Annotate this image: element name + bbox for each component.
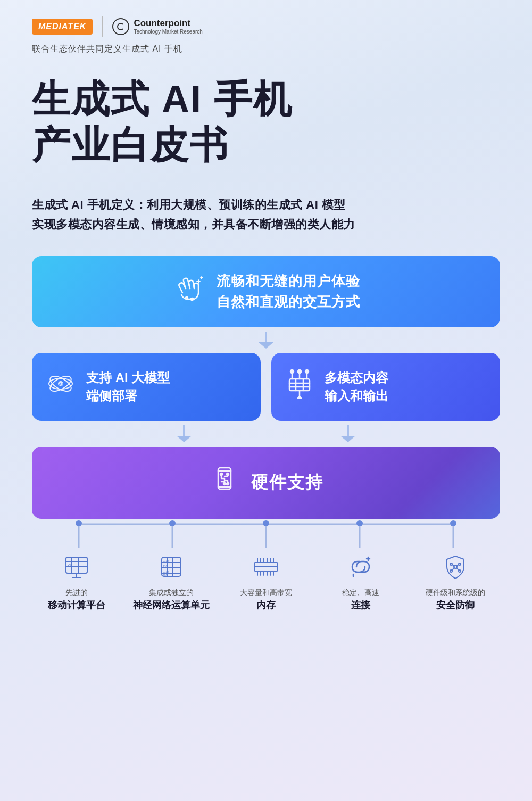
- bottom-item-3: 大容量和高带宽 内存: [221, 551, 311, 613]
- security-icon: [439, 551, 471, 583]
- item3-sub: 大容量和高带宽: [240, 587, 292, 598]
- counterpoint-logo: Counterpoint Technology Market Research: [112, 18, 203, 35]
- item4-main: 连接: [342, 598, 379, 613]
- svg-text:1101: 1101: [163, 565, 169, 568]
- svg-text:AI: AI: [68, 563, 71, 566]
- svg-text:0110: 0110: [163, 570, 169, 573]
- ai-title-line2: 端侧部署: [86, 389, 137, 403]
- svg-point-35: [263, 520, 269, 526]
- item4-sub: 稳定、高速: [342, 587, 379, 598]
- diagram-section: 流畅和无缝的用户体验 自然和直观的交互方式: [32, 256, 500, 613]
- counterpoint-icon: [112, 18, 129, 35]
- platform-icon: AI: [61, 551, 93, 583]
- svg-line-79: [456, 568, 459, 570]
- header-divider: [102, 16, 103, 37]
- svg-point-23: [220, 473, 222, 475]
- arrow-shaft-right: [347, 425, 349, 436]
- svg-point-24: [227, 473, 229, 475]
- item3-label: 大容量和高带宽 内存: [240, 587, 292, 613]
- ai-icon: AI: [45, 368, 77, 406]
- bottom-item-2: 0110 1101 0110 1011 集成或独立的 神经网络运算单元: [127, 551, 216, 613]
- definition-box: 生成式 AI 手机定义：利用大规模、预训练的生成式 AI 模型 实现多模态内容生…: [32, 195, 500, 235]
- arrow-head: [259, 342, 273, 349]
- ux-icon: [172, 271, 206, 312]
- definition-text: 生成式 AI 手机定义：利用大规模、预训练的生成式 AI 模型 实现多模态内容生…: [32, 195, 500, 235]
- ux-box: 流畅和无缝的用户体验 自然和直观的交互方式: [32, 256, 500, 327]
- svg-point-19: [298, 397, 301, 399]
- item1-main: 移动计算平台: [48, 598, 105, 613]
- svg-point-26: [227, 483, 229, 485]
- main-title: 生成式 AI 手机 产业白皮书: [32, 76, 500, 168]
- left-arrow: [177, 425, 192, 442]
- svg-point-11: [298, 370, 301, 373]
- item5-sub: 硬件级和系统级的: [426, 587, 485, 598]
- ai-title-line1: 支持 AI 大模型: [86, 370, 170, 385]
- counterpoint-text: Counterpoint Technology Market Research: [134, 18, 203, 35]
- item1-label: 先进的 移动计算平台: [48, 587, 105, 613]
- bottom-item-4: 稳定、高速 连接: [316, 551, 405, 613]
- item2-label: 集成或独立的 神经网络运算单元: [133, 587, 210, 613]
- arrow-shaft: [265, 332, 267, 342]
- svg-point-10: [290, 370, 294, 373]
- hardware-title: 硬件支持: [251, 471, 323, 494]
- ux-text: 流畅和无缝的用户体验 自然和直观的交互方式: [217, 271, 360, 312]
- bottom-items: AI 先进的 移动计算平台: [32, 551, 500, 613]
- svg-point-36: [356, 520, 363, 526]
- ai-text: 支持 AI 大模型 端侧部署: [86, 369, 170, 404]
- arrow-shaft-left: [183, 425, 185, 436]
- mediatek-logo: MEDIATEK: [32, 19, 93, 35]
- arrow-head-right: [340, 436, 355, 442]
- main-title-line2: 产业白皮书: [32, 122, 500, 168]
- svg-line-77: [456, 565, 459, 566]
- arrow-connector: [259, 332, 273, 349]
- main-title-line1: 生成式 AI 手机: [32, 76, 500, 122]
- multimodal-line1: 多模态内容: [325, 370, 388, 385]
- svg-text:0110: 0110: [163, 559, 169, 563]
- svg-point-34: [169, 520, 176, 526]
- item5-main: 安全防御: [426, 598, 485, 613]
- ai-box: AI 支持 AI 大模型 端侧部署: [32, 353, 261, 421]
- counterpoint-sub: Technology Market Research: [134, 29, 203, 35]
- multimodal-text: 多模态内容 输入和输出: [325, 369, 388, 404]
- svg-rect-13: [289, 379, 310, 391]
- page-wrapper: MEDIATEK Counterpoint Technology Market …: [0, 0, 532, 801]
- svg-point-1: [186, 297, 188, 299]
- svg-text:1011: 1011: [163, 574, 169, 577]
- bottom-item-1: AI 先进的 移动计算平台: [32, 551, 121, 613]
- arrow-head-left: [177, 436, 192, 442]
- ux-line1: 流畅和无缝的用户体验: [217, 271, 360, 292]
- item1-sub: 先进的: [48, 587, 105, 598]
- hardware-icon: [209, 464, 240, 502]
- item2-sub: 集成或独立的: [133, 587, 210, 598]
- ux-line2: 自然和直观的交互方式: [217, 292, 360, 312]
- svg-point-12: [305, 370, 309, 373]
- npu-icon: 0110 1101 0110 1011: [155, 551, 187, 583]
- dual-arrows: [32, 421, 500, 447]
- svg-line-76: [452, 565, 454, 566]
- item5-label: 硬件级和系统级的 安全防御: [426, 587, 485, 613]
- right-arrow: [340, 425, 355, 442]
- svg-point-25: [223, 483, 226, 485]
- item3-main: 内存: [240, 598, 292, 613]
- svg-line-78: [452, 568, 454, 570]
- hardware-box: 硬件支持: [32, 447, 500, 519]
- memory-icon: [250, 551, 282, 583]
- svg-point-33: [76, 520, 82, 526]
- counterpoint-name: Counterpoint: [134, 18, 203, 29]
- ux-to-middle-arrow: [32, 327, 500, 353]
- sub-title: 联合生态伙伴共同定义生成式 AI 手机: [32, 44, 500, 55]
- middle-row: AI 支持 AI 大模型 端侧部署: [32, 353, 500, 421]
- item2-main: 神经网络运算单元: [133, 598, 210, 613]
- item4-label: 稳定、高速 连接: [342, 587, 379, 613]
- svg-text:AI: AI: [59, 382, 63, 387]
- bottom-item-5: 硬件级和系统级的 安全防御: [411, 551, 500, 613]
- connectivity-icon: [345, 551, 377, 583]
- header: MEDIATEK Counterpoint Technology Market …: [32, 16, 500, 37]
- multimodal-icon: [284, 368, 315, 406]
- multimodal-line2: 输入和输出: [325, 389, 388, 403]
- connector-section: [32, 519, 500, 551]
- multimodal-box: 多模态内容 输入和输出: [271, 353, 500, 421]
- svg-point-37: [450, 520, 456, 526]
